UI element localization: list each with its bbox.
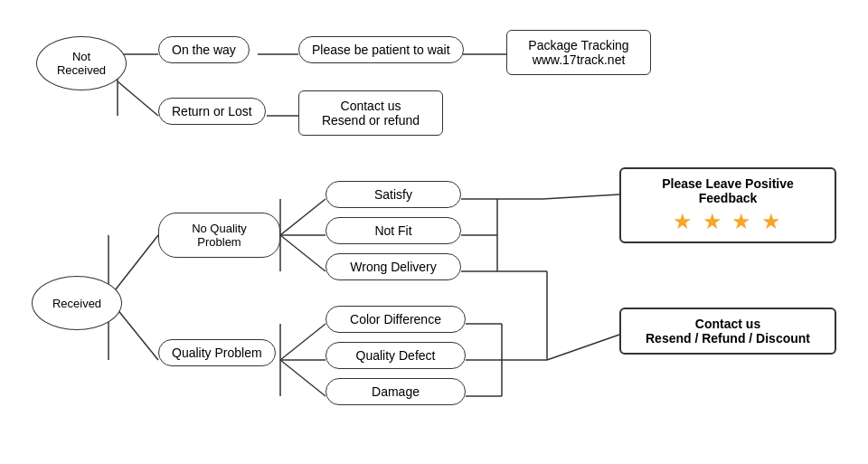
quality-problem-node: Quality Problem [158, 339, 276, 366]
satisfy-node: Satisfy [326, 181, 461, 208]
wrong-delivery-node: Wrong Delivery [326, 253, 461, 280]
contact-refund-text: Contact us Resend / Refund / Discount [634, 317, 822, 346]
svg-line-13 [280, 324, 326, 360]
feedback-text: Please Leave Positive Feedback [634, 176, 822, 205]
diagram: Not Received On the way Return or Lost P… [0, 0, 868, 464]
damage-node: Damage [326, 378, 466, 405]
return-or-lost-node: Return or Lost [158, 98, 266, 125]
patient-wait-node: Please be patient to wait [298, 36, 464, 63]
package-tracking-node: Package Tracking www.17track.net [506, 30, 651, 75]
stars: ★ ★ ★ ★ [634, 209, 822, 234]
received-node: Received [32, 276, 122, 330]
color-difference-node: Color Difference [326, 306, 466, 333]
svg-line-26 [542, 194, 619, 199]
no-quality-problem-node: No Quality Problem [158, 213, 280, 258]
svg-line-1 [118, 81, 158, 116]
contact-resend-node: Contact us Resend or refund [298, 90, 443, 136]
svg-line-9 [280, 199, 326, 235]
contact-refund-box: Contact us Resend / Refund / Discount [619, 308, 836, 355]
svg-line-15 [280, 360, 326, 396]
svg-line-30 [547, 335, 619, 360]
on-the-way-node: On the way [158, 36, 250, 63]
feedback-box: Please Leave Positive Feedback ★ ★ ★ ★ [619, 167, 836, 243]
svg-line-11 [280, 235, 326, 271]
not-received-node: Not Received [36, 36, 127, 90]
not-fit-node: Not Fit [326, 217, 461, 244]
quality-defect-node: Quality Defect [326, 342, 466, 369]
